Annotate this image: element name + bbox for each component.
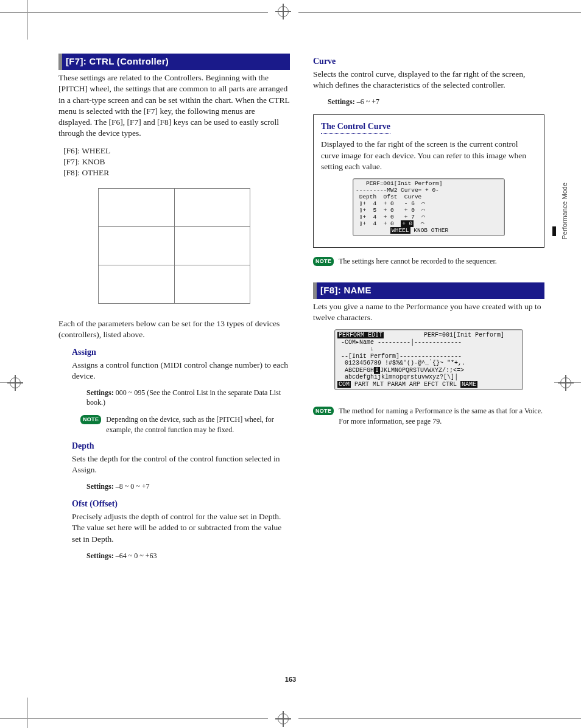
page: Performance Mode [F7]: CTRL (Controller)… <box>0 0 581 728</box>
ofst-body: Precisely adjusts the depth of control f… <box>72 511 290 545</box>
depth-body: Sets the depth for the control of the co… <box>72 453 290 475</box>
crop-line <box>0 12 268 13</box>
side-tab-icon <box>552 226 556 236</box>
side-label: Performance Mode <box>560 183 569 240</box>
f8-intro-text: Lets you give a name to the Performance … <box>313 301 544 323</box>
note-name: NOTE The method for naming a Performance… <box>313 406 544 425</box>
ofst-settings: Settings: –64 ~ 0 ~ +63 <box>86 551 290 561</box>
lcd-display-curve: PERF=001[Init Perform] ---------MW2 Curv… <box>353 178 505 236</box>
list-item: [F8]: OTHER <box>63 167 290 178</box>
page-number: 163 <box>0 675 581 684</box>
param-curve: Curve Selects the control curve, display… <box>313 56 544 107</box>
list-item: [F7]: KNOB <box>63 156 290 167</box>
param-assign: Assign Assigns a control function (MIDI … <box>58 347 290 435</box>
inset-control-curve: The Control Curve Displayed to the far r… <box>313 114 544 248</box>
registration-mark-icon <box>275 711 291 727</box>
note-assign: NOTE Depending on the device, such as th… <box>80 415 290 434</box>
section-header-f7: [F7]: CTRL (Controller) <box>58 54 290 70</box>
inset-body: Displayed to the far right of the screen… <box>321 139 537 172</box>
note-text: Depending on the device, such as the [PI… <box>106 415 290 434</box>
content-area: [F7]: CTRL (Controller) These settings a… <box>58 54 544 674</box>
sub-heading-ofst: Ofst (Offset) <box>72 499 290 510</box>
note-text: The method for naming a Performance is t… <box>339 406 544 425</box>
crop-line <box>27 0 28 40</box>
curve-body: Selects the control curve, displayed to … <box>313 69 544 91</box>
section-header-f8: [F8]: NAME <box>313 282 544 299</box>
list-item: [F6]: WHEEL <box>63 145 290 156</box>
placeholder-chart <box>98 188 250 304</box>
note-curve: NOTE The settings here cannot be recorde… <box>313 256 544 266</box>
below-chart-text: Each of the parameters below can be set … <box>58 318 290 340</box>
param-depth: Depth Sets the depth for the control of … <box>58 441 290 492</box>
registration-mark-icon <box>558 375 574 391</box>
f7-intro-text: These settings are related to the Contro… <box>58 72 290 139</box>
settings-label: Settings: <box>86 551 114 560</box>
lcd-display-name: PERFORM EDIT PERF=001[Init Perform] -COM… <box>334 329 523 390</box>
note-badge-icon: NOTE <box>313 407 334 415</box>
curve-settings: Settings: –6 ~ +7 <box>328 97 544 107</box>
depth-settings: Settings: –8 ~ 0 ~ +7 <box>86 481 290 491</box>
assign-settings: Settings: 000 ~ 095 (See the Control Lis… <box>86 388 290 407</box>
settings-value: –64 ~ 0 ~ +63 <box>116 551 157 560</box>
settings-value: –6 ~ +7 <box>357 97 379 106</box>
fkey-list: [F6]: WHEEL [F7]: KNOB [F8]: OTHER <box>58 145 290 179</box>
note-badge-icon: NOTE <box>80 415 101 424</box>
crop-line <box>0 718 268 719</box>
settings-value: 000 ~ 095 (See the Control List in the s… <box>86 388 281 407</box>
left-column: [F7]: CTRL (Controller) These settings a… <box>58 54 290 674</box>
crop-line <box>298 718 581 719</box>
crop-line <box>298 12 581 13</box>
assign-body: Assigns a control function (MIDI control… <box>72 360 290 382</box>
right-column: Curve Selects the control curve, display… <box>313 54 544 674</box>
note-badge-icon: NOTE <box>313 257 334 265</box>
settings-label: Settings: <box>86 388 114 397</box>
settings-label: Settings: <box>86 482 114 491</box>
registration-mark-icon <box>7 375 23 391</box>
sub-heading-assign: Assign <box>72 347 290 359</box>
note-text: The settings here cannot be recorded to … <box>339 256 544 266</box>
param-ofst: Ofst (Offset) Precisely adjusts the dept… <box>58 499 290 561</box>
inset-title: The Control Curve <box>321 121 390 135</box>
settings-label: Settings: <box>328 97 355 106</box>
crop-line <box>27 698 28 728</box>
settings-value: –8 ~ 0 ~ +7 <box>116 482 150 491</box>
registration-mark-icon <box>275 4 291 19</box>
sub-heading-curve: Curve <box>313 56 544 68</box>
sub-heading-depth: Depth <box>72 441 290 452</box>
